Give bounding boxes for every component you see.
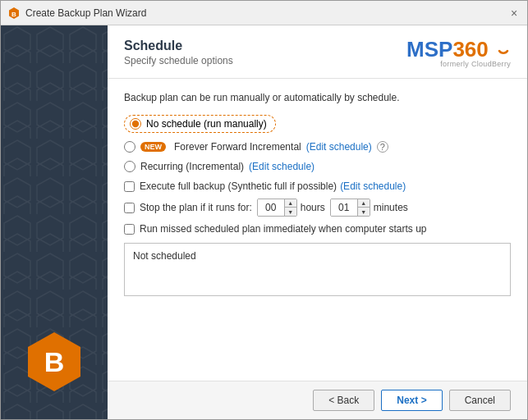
minutes-label: minutes xyxy=(374,202,408,213)
full-backup-row: Execute full backup (Synthetic full if p… xyxy=(124,180,511,192)
next-button[interactable]: Next > xyxy=(381,390,442,411)
info-text: Backup plan can be run manually or autom… xyxy=(124,92,511,103)
hours-down-arrow[interactable]: ▼ xyxy=(285,208,296,216)
full-backup-label: Execute full backup (Synthetic full if p… xyxy=(140,180,406,192)
hours-input[interactable] xyxy=(258,199,284,216)
header-titles: Schedule Specify schedule options xyxy=(124,39,233,66)
recurring-label: Recurring (Incremental) xyxy=(140,161,244,172)
no-schedule-radio[interactable] xyxy=(130,118,141,130)
missed-plan-row: Run missed scheduled plan immediately wh… xyxy=(124,223,511,235)
cancel-button[interactable]: Cancel xyxy=(449,390,511,411)
no-schedule-label: No schedule (run manually) xyxy=(146,118,267,130)
sidebar: B xyxy=(1,25,108,419)
recurring-edit-link[interactable]: (Edit schedule) xyxy=(249,161,315,172)
selected-radio-wrapper: No schedule (run manually) xyxy=(124,115,276,133)
forward-incremental-edit-link[interactable]: (Edit schedule) xyxy=(306,141,372,153)
svg-text:B: B xyxy=(44,346,65,377)
minutes-spinner-group: ▲ ▼ minutes xyxy=(330,199,408,217)
content-area: Schedule Specify schedule options MSP360… xyxy=(108,25,527,419)
minutes-input[interactable] xyxy=(331,199,357,216)
missed-plan-checkbox[interactable] xyxy=(124,224,135,235)
back-button[interactable]: < Back xyxy=(313,390,374,411)
stop-plan-row: Stop the plan if it runs for: ▲ ▼ hours xyxy=(124,199,511,217)
content-header: Schedule Specify schedule options MSP360… xyxy=(108,25,527,79)
app-icon: B xyxy=(7,7,21,20)
hours-spinner-box: ▲ ▼ xyxy=(257,199,297,217)
forward-incremental-radio[interactable] xyxy=(124,141,135,153)
new-badge: NEW xyxy=(140,142,166,152)
title-bar-label: Create Backup Plan Wizard xyxy=(25,7,503,19)
recurring-radio[interactable] xyxy=(124,161,135,172)
brand-logo: B xyxy=(21,329,87,395)
header-subtitle: Specify schedule options xyxy=(124,55,233,66)
header-title: Schedule xyxy=(124,39,233,53)
minutes-spinner-arrows: ▲ ▼ xyxy=(357,199,370,216)
main-layout: B Schedule Specify schedule options MSP3… xyxy=(1,25,527,419)
option-forward-incremental-row: NEW Forever Forward Incremental (Edit sc… xyxy=(124,141,511,153)
status-text: Not scheduled xyxy=(133,250,196,262)
minutes-spinner-box: ▲ ▼ xyxy=(330,199,370,217)
content-body: Backup plan can be run manually or autom… xyxy=(108,79,527,381)
stop-plan-checkbox[interactable] xyxy=(124,203,135,213)
minutes-down-arrow[interactable]: ▼ xyxy=(358,208,370,216)
wizard-window: B Create Backup Plan Wizard × B xyxy=(0,0,528,420)
content-footer: < Back Next > Cancel xyxy=(108,381,527,419)
option-no-schedule-row: No schedule (run manually) xyxy=(124,115,511,133)
msp-logo-sub: formerly CloudBerry xyxy=(440,60,511,68)
msp-logo: MSP360 formerly CloudBerry xyxy=(406,39,511,68)
option-recurring-row: Recurring (Incremental) (Edit schedule) xyxy=(124,161,511,172)
msp-text: MSP xyxy=(406,37,452,62)
status-box: Not scheduled xyxy=(124,243,511,296)
msp-logo-text: MSP360 xyxy=(406,39,511,60)
msp-arc-icon xyxy=(496,43,511,58)
svg-text:B: B xyxy=(11,10,16,17)
full-backup-checkbox[interactable] xyxy=(124,181,135,192)
stop-plan-text: Stop the plan if it runs for: xyxy=(140,202,252,213)
minutes-up-arrow[interactable]: ▲ xyxy=(358,199,370,208)
forward-incremental-label: Forever Forward Incremental xyxy=(174,141,301,153)
close-button[interactable]: × xyxy=(507,7,521,20)
title-bar: B Create Backup Plan Wizard × xyxy=(1,1,527,25)
hours-spinner-group: ▲ ▼ hours xyxy=(257,199,325,217)
missed-plan-label: Run missed scheduled plan immediately wh… xyxy=(140,223,427,235)
hours-up-arrow[interactable]: ▲ xyxy=(285,199,296,208)
full-backup-edit-link[interactable]: (Edit schedule) xyxy=(340,180,406,192)
help-icon[interactable]: ? xyxy=(377,141,388,153)
hours-label: hours xyxy=(301,202,325,213)
msp-360: 360 xyxy=(452,37,488,62)
stop-plan-label: Stop the plan if it runs for: xyxy=(140,202,252,213)
hours-spinner-arrows: ▲ ▼ xyxy=(284,199,296,216)
